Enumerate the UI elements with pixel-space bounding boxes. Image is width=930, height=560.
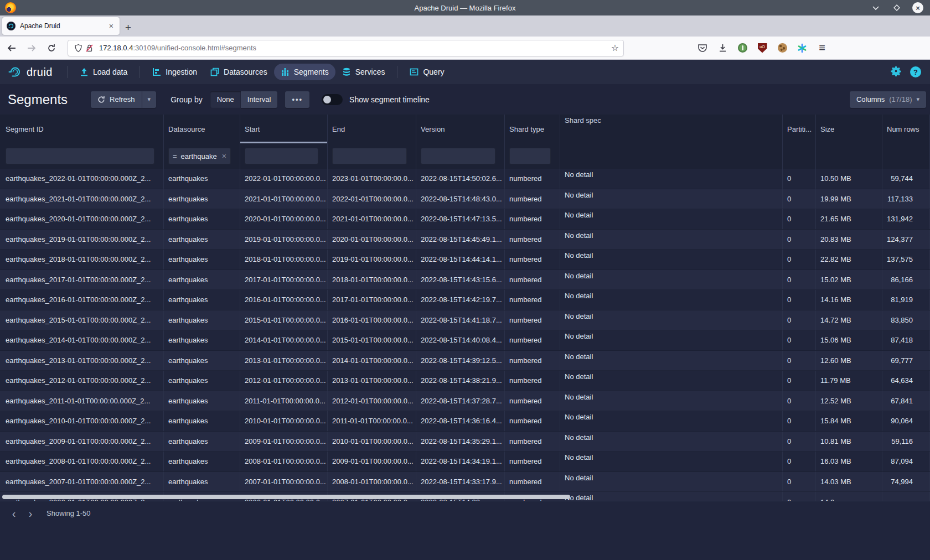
refresh-button[interactable]: Refresh xyxy=(91,91,142,108)
new-tab-button[interactable]: + xyxy=(125,22,131,33)
cell-start: 2017-01-01T00:00:00.0... xyxy=(240,270,328,290)
cell-shard_type: numbered xyxy=(505,230,560,250)
filter-remove-icon[interactable]: × xyxy=(222,152,226,160)
column-header-0[interactable]: Segment ID xyxy=(0,115,164,143)
column-header-6[interactable]: Shard spec xyxy=(560,115,783,143)
cell-shard_spec: No detail xyxy=(560,411,783,431)
tab-close-icon[interactable]: × xyxy=(107,22,115,30)
bookmark-star-icon[interactable]: ☆ xyxy=(611,43,619,53)
column-header-1[interactable]: Datasource xyxy=(164,115,240,143)
nav-divider xyxy=(397,66,397,78)
table-row[interactable]: earthquakes_2021-01-01T00:00:00.000Z_2..… xyxy=(0,189,930,210)
multicolor-extension-icon[interactable] xyxy=(797,43,808,54)
table-row[interactable]: earthquakes_2022-01-01T00:00:00.000Z_2..… xyxy=(0,169,930,189)
settings-gear-icon[interactable] xyxy=(891,66,901,79)
segment-timeline-toggle[interactable] xyxy=(322,94,343,105)
cell-num_rows: 117,133 xyxy=(882,189,930,209)
table-row[interactable]: earthquakes_2012-01-01T00:00:00.000Z_2..… xyxy=(0,371,930,391)
table-row[interactable]: earthquakes_2020-01-01T00:00:00.000Z_2..… xyxy=(0,209,930,230)
pocket-icon[interactable] xyxy=(697,43,708,54)
nav-item-ingestion[interactable]: Ingestion xyxy=(146,64,204,80)
druid-favicon-icon xyxy=(7,22,16,30)
menu-hamburger-icon[interactable]: ≡ xyxy=(817,43,828,54)
browser-tab[interactable]: Apache Druid × xyxy=(2,17,120,35)
horizontal-scrollbar[interactable] xyxy=(2,495,570,499)
next-page-icon[interactable]: › xyxy=(22,507,39,520)
cell-version: 2022-08-15T14:43:15.6... xyxy=(416,270,505,290)
druid-logo[interactable]: druid xyxy=(0,65,61,79)
nav-divider xyxy=(140,66,140,78)
cell-size: 11.79 MB xyxy=(816,371,882,391)
cookie-extension-icon[interactable] xyxy=(777,43,788,54)
nav-item-query[interactable]: Query xyxy=(403,64,451,80)
url-bar[interactable]: 172.18.0.4:30109/unified-console.html#se… xyxy=(68,40,624,56)
downloads-icon[interactable] xyxy=(717,43,728,54)
datasources-icon xyxy=(210,68,219,76)
column-header-5[interactable]: Shard type xyxy=(505,115,560,143)
cell-partition: 0 xyxy=(783,432,816,452)
cell-end: 2019-01-01T00:00:00.0... xyxy=(328,250,416,269)
cell-start: 2007-01-01T00:00:00.0... xyxy=(240,472,328,492)
nav-item-load-data[interactable]: Load data xyxy=(73,64,134,80)
extension-green-icon[interactable] xyxy=(737,43,748,54)
refresh-caret-button[interactable]: ▾ xyxy=(142,91,157,108)
filter-input-2[interactable] xyxy=(245,148,318,164)
column-header-8[interactable]: Size xyxy=(816,115,882,143)
cell-shard_type: numbered xyxy=(505,250,560,269)
forward-icon[interactable] xyxy=(23,40,40,56)
columns-button[interactable]: Columns (17/18) ▾ xyxy=(850,91,926,108)
table-row[interactable]: earthquakes_2010-01-01T00:00:00.000Z_2..… xyxy=(0,411,930,432)
cell-shard_type: numbered xyxy=(505,391,560,411)
filter-value: earthquake xyxy=(181,152,217,160)
table-row[interactable]: earthquakes_2018-01-01T00:00:00.000Z_2..… xyxy=(0,250,930,270)
nav-item-datasources[interactable]: Datasources xyxy=(204,64,274,80)
table-row[interactable]: earthquakes_2017-01-01T00:00:00.000Z_2..… xyxy=(0,270,930,291)
back-icon[interactable] xyxy=(3,40,20,56)
ublock-origin-icon[interactable]: uO xyxy=(757,43,768,54)
group-by-none-button[interactable]: None xyxy=(210,91,241,108)
cell-size: 14.16 MB xyxy=(816,290,882,310)
shield-icon[interactable] xyxy=(73,43,84,54)
column-header-9[interactable]: Num rows xyxy=(882,115,930,143)
cell-datasource: earthquakes xyxy=(164,391,240,411)
cell-partition: 0 xyxy=(783,351,816,371)
filter-input-3[interactable] xyxy=(332,148,407,164)
insecure-lock-icon[interactable] xyxy=(84,43,95,54)
filter-input-0[interactable] xyxy=(6,148,154,164)
table-row[interactable]: earthquakes_2007-01-01T00:00:00.000Z_2..… xyxy=(0,472,930,492)
filter-input-4[interactable] xyxy=(421,148,495,164)
nav-item-segments[interactable]: Segments xyxy=(274,64,335,80)
reload-icon[interactable] xyxy=(43,40,60,56)
table-row[interactable]: earthquakes_2011-01-01T00:00:00.000Z_2..… xyxy=(0,391,930,412)
cell-partition: 0 xyxy=(783,209,816,229)
cell-datasource: earthquakes xyxy=(164,290,240,310)
prev-page-icon[interactable]: ‹ xyxy=(6,507,22,520)
table-row[interactable]: earthquakes_2019-01-01T00:00:00.000Z_2..… xyxy=(0,230,930,250)
column-header-7[interactable]: Partiti... xyxy=(783,115,816,143)
table-row[interactable]: earthquakes_2015-01-01T00:00:00.000Z_2..… xyxy=(0,310,930,331)
column-header-3[interactable]: End xyxy=(328,115,416,143)
group-by-interval-button[interactable]: Interval xyxy=(241,91,278,108)
table-row[interactable]: earthquakes_2016-01-01T00:00:00.000Z_2..… xyxy=(0,290,930,310)
nav-item-services[interactable]: Services xyxy=(335,64,392,80)
help-icon[interactable]: ? xyxy=(910,66,921,77)
filter-input-5[interactable] xyxy=(509,148,551,164)
window-maximize-icon[interactable] xyxy=(891,2,902,13)
window-minimize-icon[interactable] xyxy=(870,2,881,13)
table-row[interactable]: earthquakes_2008-01-01T00:00:00.000Z_2..… xyxy=(0,452,930,472)
table-row[interactable]: earthquakes_2009-01-01T00:00:00.000Z_2..… xyxy=(0,432,930,452)
filter-input-1[interactable]: =earthquake× xyxy=(168,148,231,164)
table-row[interactable]: earthquakes_2014-01-01T00:00:00.000Z_2..… xyxy=(0,330,930,351)
cell-shard_type: numbered xyxy=(505,371,560,391)
table-row[interactable]: earthquakes_2013-01-01T00:00:00.000Z_2..… xyxy=(0,351,930,371)
cell-start: 2009-01-01T00:00:00.0... xyxy=(240,432,328,452)
cell-shard_type: numbered xyxy=(505,351,560,371)
cell-end: 2018-01-01T00:00:00.0... xyxy=(328,270,416,290)
filter-cell-0 xyxy=(0,143,164,169)
window-close-icon[interactable]: × xyxy=(912,2,923,13)
column-header-4[interactable]: Version xyxy=(416,115,505,143)
column-header-2[interactable]: Start xyxy=(240,115,328,143)
cell-start: 2016-01-01T00:00:00.0... xyxy=(240,290,328,310)
showing-range-label: Showing 1-50 xyxy=(46,509,91,517)
more-options-button[interactable]: ••• xyxy=(285,91,309,108)
